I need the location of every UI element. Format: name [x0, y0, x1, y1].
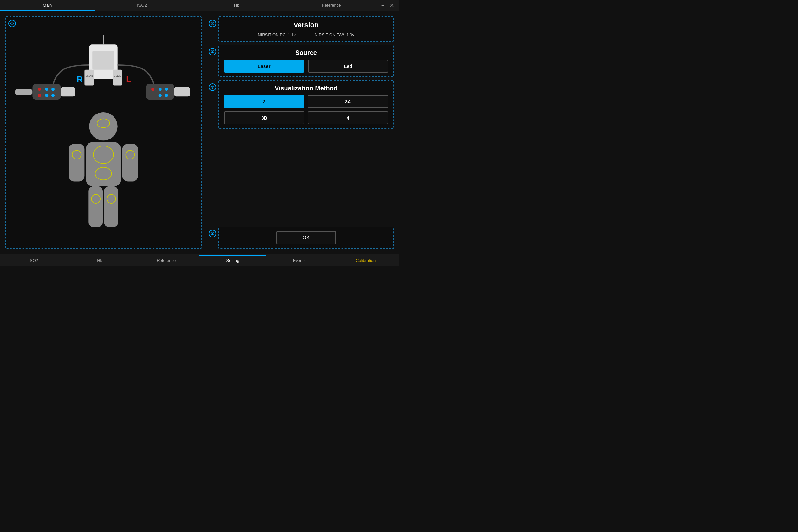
svg-point-22 — [165, 88, 168, 91]
pc-version-label: NIRSIT ON PC 1.1v — [258, 32, 296, 37]
panel-number-1: ① — [8, 20, 16, 27]
device-illustration: OELAB OELAB OELAB R L — [6, 17, 201, 248]
ok-section: ⑤ OK — [218, 227, 394, 249]
led-button[interactable]: Led — [308, 60, 388, 73]
svg-point-15 — [38, 94, 41, 97]
svg-point-20 — [151, 88, 154, 91]
svg-rect-31 — [69, 144, 85, 182]
svg-rect-35 — [89, 186, 103, 227]
svg-rect-10 — [15, 89, 33, 95]
source-section: ③ Source Laser Led — [218, 45, 394, 77]
bottom-tab-rso2[interactable]: rSO2 — [0, 255, 67, 265]
svg-rect-3 — [92, 51, 114, 70]
spacer — [218, 132, 394, 224]
svg-point-14 — [51, 88, 55, 91]
ok-button-container: OK — [224, 231, 388, 244]
main-content: ① OELAB OELAB — [0, 12, 399, 254]
viz-btn-4[interactable]: 4 — [308, 111, 388, 124]
svg-rect-37 — [104, 186, 118, 227]
left-sensor — [15, 84, 75, 100]
viz-btn-3a[interactable]: 3A — [308, 95, 388, 108]
bottom-tab-setting[interactable]: Setting — [200, 255, 266, 265]
viz-btn-3b[interactable]: 3B — [224, 111, 304, 124]
section-number-4: ④ — [209, 83, 216, 91]
title-tabs: Main rSO2 Hb Reference — [0, 0, 379, 11]
minimize-button[interactable]: − — [379, 0, 387, 12]
svg-text:L: L — [126, 75, 131, 84]
svg-point-21 — [159, 88, 162, 91]
bottom-tab-calibration[interactable]: Calibration — [332, 255, 399, 265]
viz-btn-2[interactable]: 2 — [224, 95, 304, 108]
ok-button[interactable]: OK — [276, 231, 336, 244]
version-title: Version — [224, 21, 388, 29]
svg-point-16 — [45, 94, 48, 97]
source-buttons: Laser Led — [224, 60, 388, 73]
section-number-3: ③ — [209, 48, 216, 56]
visualization-title: Visualization Method — [224, 84, 388, 92]
svg-point-24 — [165, 94, 168, 97]
source-title: Source — [224, 49, 388, 56]
svg-rect-11 — [32, 84, 60, 100]
visualization-section: ④ Visualization Method 2 3A 3B 4 — [218, 80, 394, 129]
right-panel: ② Version NIRSIT ON PC 1.1v NIRSIT ON F/… — [207, 17, 394, 249]
svg-rect-4 — [85, 70, 94, 86]
section-number-2: ② — [209, 20, 216, 27]
svg-text:R: R — [76, 75, 83, 84]
section-number-5: ⑤ — [209, 230, 216, 238]
svg-rect-18 — [61, 87, 75, 96]
tab-rso2[interactable]: rSO2 — [94, 0, 189, 11]
svg-point-13 — [45, 88, 48, 91]
title-bar: Main rSO2 Hb Reference − ✕ — [0, 0, 399, 12]
svg-point-12 — [38, 88, 41, 91]
right-sensor — [146, 84, 190, 100]
main-device: OELAB OELAB OELAB — [37, 35, 169, 92]
tab-reference[interactable]: Reference — [284, 0, 378, 11]
human-figure — [69, 112, 138, 227]
version-info: NIRSIT ON PC 1.1v NIRSIT ON F/W 1.0v — [224, 32, 388, 37]
visualization-buttons: 2 3A 3B 4 — [224, 95, 388, 124]
bottom-tab-hb[interactable]: Hb — [67, 255, 133, 265]
svg-rect-6 — [113, 70, 123, 86]
svg-text:OELAB: OELAB — [114, 75, 122, 77]
close-button[interactable]: ✕ — [387, 0, 396, 12]
tab-hb[interactable]: Hb — [189, 0, 284, 11]
svg-point-17 — [51, 94, 55, 97]
laser-button[interactable]: Laser — [224, 60, 304, 73]
left-panel: ① OELAB OELAB — [5, 17, 202, 249]
svg-text:OELAB: OELAB — [86, 75, 93, 77]
fw-version-label: NIRSIT ON F/W 1.0v — [315, 32, 354, 37]
tab-main[interactable]: Main — [0, 0, 94, 11]
svg-rect-19 — [146, 84, 174, 100]
svg-point-23 — [159, 94, 162, 97]
svg-point-26 — [89, 112, 117, 140]
svg-rect-25 — [174, 87, 190, 96]
version-section: ② Version NIRSIT ON PC 1.1v NIRSIT ON F/… — [218, 17, 394, 41]
window-controls: − ✕ — [379, 0, 399, 12]
bottom-tab-events[interactable]: Events — [266, 255, 333, 265]
svg-rect-33 — [123, 144, 138, 182]
bottom-bar: rSO2 Hb Reference Setting Events Calibra… — [0, 254, 399, 266]
bottom-tab-reference[interactable]: Reference — [133, 255, 200, 265]
